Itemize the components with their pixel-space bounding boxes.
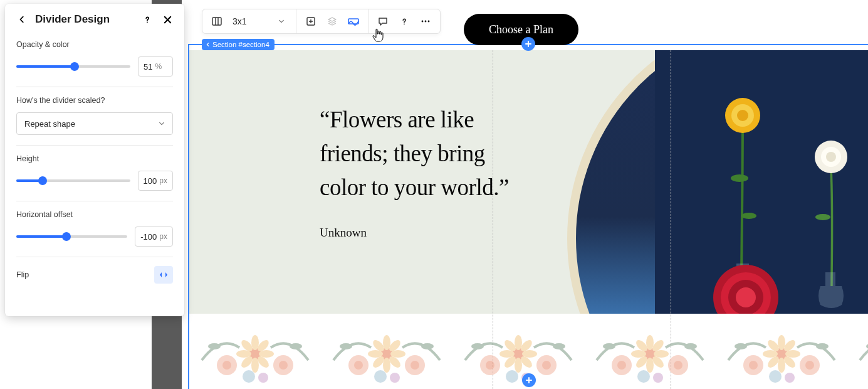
px-unit: px bbox=[159, 176, 167, 185]
hoffset-label: Horizontal offset bbox=[16, 210, 173, 219]
height-slider[interactable] bbox=[16, 174, 130, 187]
scale-section: How's the divider scaled? Repeat shape bbox=[16, 87, 173, 146]
stretch-icon[interactable] bbox=[303, 13, 319, 29]
svg-rect-0 bbox=[212, 18, 221, 25]
height-label: Height bbox=[16, 154, 173, 163]
flip-label: Flip bbox=[16, 270, 29, 279]
hoffset-section: Horizontal offset -100 px bbox=[16, 201, 173, 257]
opacity-value[interactable]: 51 % bbox=[138, 56, 173, 77]
divider-icon[interactable] bbox=[345, 13, 362, 29]
layout-label: 3x1 bbox=[233, 16, 247, 26]
columns-icon[interactable] bbox=[209, 13, 225, 29]
hoffset-value[interactable]: -100 px bbox=[135, 226, 173, 247]
section-toolbar: 3x1 bbox=[202, 9, 441, 34]
svg-point-5 bbox=[428, 21, 430, 23]
panel-body: Opacity & color 51 % How's the divider s… bbox=[5, 34, 184, 291]
flip-section: Flip bbox=[16, 257, 173, 286]
opacity-number: 51 bbox=[144, 62, 152, 72]
hoffset-slider[interactable] bbox=[16, 230, 127, 243]
height-section: Height 100 px bbox=[16, 146, 173, 201]
section-tag[interactable]: Section #section4 bbox=[202, 39, 275, 50]
divider-design-panel: Divider Design Opacity & color 51 % Ho bbox=[5, 4, 184, 316]
add-section-bottom[interactable] bbox=[522, 373, 536, 387]
percent-unit: % bbox=[155, 62, 162, 71]
add-section-top[interactable] bbox=[521, 37, 535, 51]
section-frame[interactable] bbox=[188, 44, 868, 389]
plan-label: Choose a Plan bbox=[489, 23, 553, 36]
svg-point-4 bbox=[425, 21, 427, 23]
height-number: 100 bbox=[144, 176, 157, 186]
panel-title: Divider Design bbox=[35, 13, 134, 26]
panel-header: Divider Design bbox=[5, 4, 184, 34]
plus-icon bbox=[525, 376, 533, 384]
px-unit-2: px bbox=[159, 232, 167, 241]
back-icon[interactable] bbox=[15, 13, 29, 26]
scale-select[interactable]: Repeat shape bbox=[16, 112, 173, 135]
scale-selected: Repeat shape bbox=[24, 119, 75, 129]
opacity-section: Opacity & color 51 % bbox=[16, 36, 173, 87]
hoffset-number: -100 bbox=[140, 232, 157, 242]
height-value[interactable]: 100 px bbox=[138, 171, 173, 191]
close-icon[interactable] bbox=[160, 13, 174, 26]
opacity-slider[interactable] bbox=[16, 60, 130, 73]
opacity-label: Opacity & color bbox=[16, 40, 173, 49]
chevron-down-icon[interactable] bbox=[273, 13, 290, 29]
flip-horizontal-button[interactable] bbox=[154, 266, 173, 284]
chevron-down-icon bbox=[159, 120, 165, 127]
editor-canvas: 3x1 bbox=[188, 0, 868, 389]
plus-icon bbox=[525, 40, 532, 48]
section-tag-label: Section #section4 bbox=[212, 41, 269, 48]
help-icon[interactable] bbox=[396, 13, 412, 29]
help-icon[interactable] bbox=[140, 13, 154, 26]
svg-point-3 bbox=[422, 21, 424, 23]
chevron-left-icon bbox=[206, 42, 211, 47]
more-icon[interactable] bbox=[417, 13, 434, 29]
comment-icon[interactable] bbox=[375, 13, 391, 29]
layers-icon[interactable] bbox=[324, 13, 340, 29]
scale-label: How's the divider scaled? bbox=[16, 96, 173, 105]
